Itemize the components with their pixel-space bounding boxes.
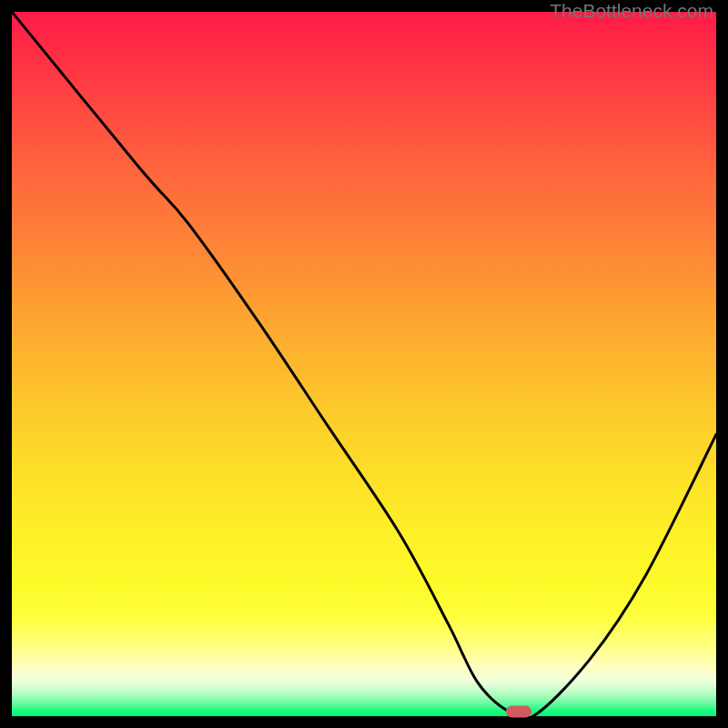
watermark-text: TheBottleneck.com	[550, 0, 713, 22]
plot-area	[12, 12, 716, 716]
optimum-marker	[506, 706, 531, 718]
chart-frame	[12, 12, 716, 716]
bottleneck-curve	[12, 12, 716, 716]
curve-layer	[12, 12, 716, 716]
